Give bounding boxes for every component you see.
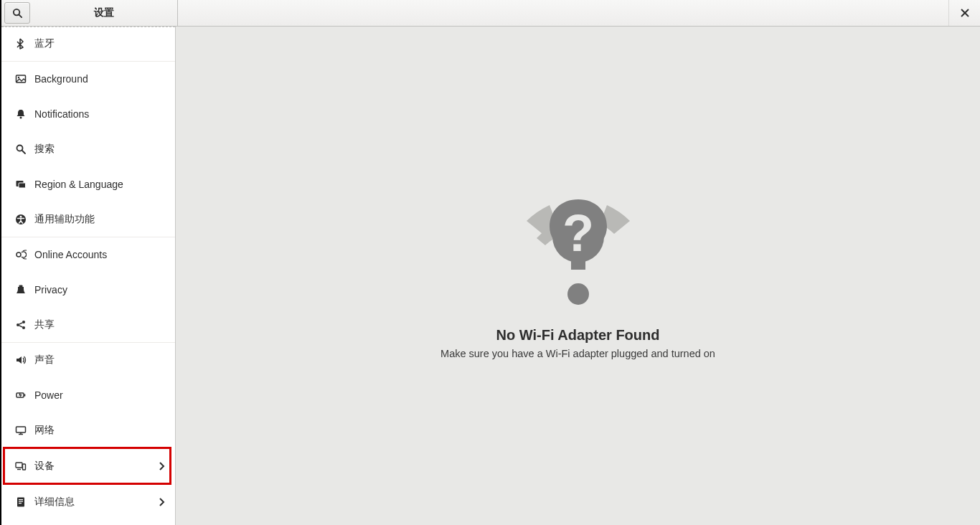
sidebar-item-label: Background	[34, 73, 165, 85]
accessibility-icon	[13, 214, 29, 225]
svg-line-1	[19, 14, 22, 17]
sidebar-item-bluetooth[interactable]: 蓝牙	[1, 27, 175, 62]
svg-rect-22	[17, 427, 26, 432]
sidebar-item-sound[interactable]: 声音	[1, 343, 175, 378]
sound-icon	[13, 354, 29, 366]
sidebar-item-notifications[interactable]: Notifications	[1, 97, 175, 132]
sidebar-item-label: Online Accounts	[34, 249, 165, 260]
svg-rect-10	[19, 183, 26, 188]
svg-point-7	[17, 146, 23, 151]
header-title-text: 设置	[94, 6, 114, 19]
content-subtext: Make sure you have a Wi-Fi adapter plugg…	[440, 348, 715, 359]
svg-point-5	[18, 77, 19, 78]
sidebar-item-label: Notifications	[34, 108, 165, 120]
chevron-right-icon	[158, 462, 165, 470]
svg-rect-31	[19, 503, 22, 503]
sidebar-item-label: Region & Language	[34, 179, 165, 190]
sidebar-item-label: 详细信息	[34, 496, 158, 509]
details-icon	[13, 496, 29, 508]
svg-line-18	[19, 323, 23, 324]
svg-line-19	[19, 326, 23, 327]
sidebar-item-devices[interactable]: 设备	[1, 448, 175, 485]
search-icon	[12, 8, 23, 19]
background-icon	[13, 73, 29, 85]
header-spacer	[178, 0, 948, 26]
sidebar-item-label: 通用辅助功能	[34, 213, 165, 226]
svg-rect-14	[19, 285, 23, 288]
svg-rect-28	[17, 498, 24, 507]
sidebar-item-label: Privacy	[34, 284, 165, 295]
privacy-icon	[13, 284, 29, 295]
sidebar-item-details[interactable]: 详细信息	[1, 485, 175, 520]
svg-rect-25	[16, 463, 22, 468]
online-accounts-icon	[13, 249, 29, 260]
chevron-right-icon	[158, 498, 165, 506]
sidebar-item-sharing[interactable]: 共享	[1, 308, 175, 343]
network-icon	[13, 425, 29, 436]
sidebar-item-label: 设备	[34, 460, 158, 473]
close-button[interactable]	[948, 0, 980, 26]
svg-rect-21	[24, 394, 26, 397]
svg-point-34	[567, 283, 589, 305]
sidebar-item-label: 声音	[34, 354, 165, 366]
sidebar-item-background[interactable]: Background	[1, 62, 175, 97]
sidebar-item-label: Power	[34, 389, 165, 401]
region-language-icon	[13, 179, 29, 190]
svg-text:?: ?	[562, 204, 594, 262]
sidebar-item-label: 共享	[34, 318, 165, 331]
header-bar: 设置	[1, 0, 980, 27]
sidebar-item-label: 蓝牙	[34, 37, 165, 50]
header-title: 设置	[30, 0, 177, 26]
sidebar-item-privacy[interactable]: Privacy	[1, 273, 175, 308]
search-button[interactable]	[4, 2, 30, 24]
svg-rect-26	[23, 464, 26, 470]
sidebar-item-region-language[interactable]: Region & Language	[1, 167, 175, 202]
sharing-icon	[13, 319, 29, 331]
power-icon	[13, 389, 29, 401]
devices-icon	[13, 460, 29, 472]
notifications-icon	[13, 108, 29, 120]
close-icon	[961, 9, 969, 17]
content-pane: ? No Wi-Fi Adapter Found Make sure you h…	[176, 27, 980, 525]
svg-point-12	[20, 216, 22, 218]
svg-point-6	[20, 117, 22, 119]
sidebar-item-online-accounts[interactable]: Online Accounts	[1, 237, 175, 273]
svg-point-13	[17, 252, 21, 257]
sidebar[interactable]: 蓝牙BackgroundNotifications搜索Region & Lang…	[1, 27, 176, 525]
sidebar-item-label: 网络	[34, 424, 165, 437]
wifi-missing-graphic: ?	[521, 192, 636, 307]
svg-line-8	[22, 151, 25, 153]
sidebar-item-accessibility[interactable]: 通用辅助功能	[1, 202, 175, 237]
svg-rect-30	[19, 501, 23, 502]
sidebar-item-power[interactable]: Power	[1, 378, 175, 413]
svg-rect-29	[19, 499, 23, 500]
sidebar-item-search[interactable]: 搜索	[1, 132, 175, 167]
content-heading: No Wi-Fi Adapter Found	[496, 327, 660, 344]
sidebar-item-label: 搜索	[34, 143, 165, 156]
sidebar-item-network[interactable]: 网络	[1, 413, 175, 448]
search-icon	[13, 143, 29, 155]
bluetooth-icon	[13, 38, 29, 49]
